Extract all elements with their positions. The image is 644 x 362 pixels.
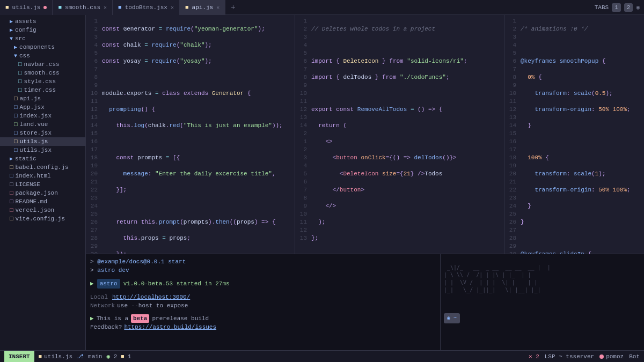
- css-file-icon: □: [18, 70, 22, 76]
- jsx-file-icon: □: [14, 147, 18, 153]
- terminal-panel: > @example/docs@0.0.1 start > astro dev …: [86, 254, 644, 350]
- status-errors: ✕ 2: [529, 353, 539, 360]
- status-file: ■ utils.js: [39, 353, 72, 360]
- terminal-spacer2: [90, 289, 436, 293]
- tab-utils-js[interactable]: ■ utils.js: [0, 0, 53, 15]
- sidebar-item-css[interactable]: ▼ css: [0, 51, 85, 60]
- line-numbers-animations: 12345 678910 1112131415 1617181920 21222…: [504, 15, 519, 254]
- terminal-output[interactable]: > @example/docs@0.0.1 start > astro dev …: [86, 254, 440, 350]
- md-file-icon: □: [10, 198, 13, 205]
- json-file-icon: □: [10, 207, 13, 213]
- code-content-utils[interactable]: const Generator = require("yeoman-genera…: [101, 15, 295, 254]
- sidebar-item-store-jsx[interactable]: □ store.jsx: [0, 129, 85, 137]
- sidebar-item-babel-config[interactable]: □ babel.config.js: [0, 163, 85, 172]
- terminal-astro-line: ▶ astro v1.0.0-beta.53 started in 27ms: [90, 279, 436, 289]
- sidebar-item-static[interactable]: ▶ static: [0, 154, 85, 163]
- sidebar-item-land-vue[interactable]: □ land.vue: [0, 120, 85, 129]
- sidebar-item-app-jsx[interactable]: □ App.jsx: [0, 103, 85, 112]
- code-area-animations[interactable]: 12345 678910 1112131415 1617181920 21222…: [504, 15, 644, 254]
- sidebar-item-api-js[interactable]: □ api.js: [0, 94, 85, 103]
- sidebar-item-utils-js[interactable]: □ utils.js: [0, 137, 85, 146]
- status-bot: Bot: [629, 353, 640, 360]
- file-tree: ▶ assets ▶ config ▼ src ▶ components ▼ c…: [0, 15, 86, 350]
- terminal-line-2: > astro dev: [90, 266, 436, 275]
- code-lines-utils: 12345 678910 1112131415 1617181920 21222…: [86, 15, 295, 254]
- code-area-utils[interactable]: 12345 678910 1112131415 1617181920 21222…: [86, 15, 295, 254]
- terminal-build-line: ▶ This is a beta prerelease build: [90, 314, 436, 323]
- feedback-text: Feedback?: [90, 323, 122, 331]
- sidebar-item-label: LICENSE: [16, 181, 40, 188]
- sidebar-item-config[interactable]: ▶ config: [0, 26, 85, 34]
- terminal-spacer3: [90, 310, 436, 314]
- sidebar-item-label: index.html: [16, 173, 51, 179]
- code-area-api[interactable]: 12345 678910 111213142 12345 678910 1112…: [295, 15, 504, 254]
- local-url: http://localhost:3000/: [112, 293, 190, 301]
- sidebar-item-index-jsx[interactable]: □ index.jsx: [0, 112, 85, 120]
- sidebar-item-label: App.jsx: [20, 104, 45, 110]
- new-tab-button[interactable]: +: [225, 3, 240, 12]
- tab-close-icon[interactable]: ✕: [171, 4, 174, 11]
- js-file-icon: □: [10, 164, 13, 171]
- char-art: _\|/_ __ _ __ __ __ __ | | | \ \\ / /| |…: [444, 256, 641, 309]
- vue-file-icon: □: [14, 121, 18, 128]
- sidebar-item-label: smooth.css: [24, 70, 60, 76]
- code-lines-api: 12345 678910 111213142 12345 678910 1112…: [295, 15, 504, 254]
- file-icon: ■: [39, 353, 42, 360]
- tabs-label: TABS: [595, 4, 609, 11]
- tab-label: smooth.css: [65, 4, 100, 11]
- network-label: Network: [90, 301, 115, 310]
- sidebar-item-assets[interactable]: ▶ assets: [0, 17, 85, 26]
- sidebar-item-style-css[interactable]: □ style.css: [0, 77, 85, 86]
- tab-smooth-css[interactable]: ■ smooth.css ✕: [53, 0, 113, 15]
- terminal-feedback-line: Feedback? https://astro.build/issues: [90, 323, 436, 331]
- astro-version: v1.0.0-beta.53 started in 27ms: [123, 279, 230, 288]
- tab-todobtns-jsx[interactable]: ■ todoBtns.jsx ✕: [113, 0, 180, 15]
- tab-controls: TABS 1 2 ◉: [595, 3, 644, 12]
- sidebar-item-vite-config[interactable]: □ vite.config.js: [0, 215, 85, 223]
- tab-api-js[interactable]: ■ api.js ✕: [180, 0, 225, 15]
- local-label: Local: [90, 293, 108, 301]
- terminal-local-line: Local http://localhost:3000/: [90, 293, 436, 301]
- txt-file-icon: □: [10, 181, 13, 188]
- tab-label: todoBtns.jsx: [125, 4, 167, 11]
- status-package: pomoz: [599, 353, 624, 360]
- sidebar-item-label: babel.config.js: [16, 164, 69, 171]
- sidebar-item-smooth-css[interactable]: □ smooth.css: [0, 69, 85, 77]
- sidebar-item-label: static: [15, 156, 36, 162]
- sidebar-item-components[interactable]: ▶ components: [0, 43, 85, 51]
- sidebar-item-index-html[interactable]: □ index.html: [0, 172, 85, 180]
- css-file-icon: □: [18, 61, 22, 68]
- sidebar-item-label: package.json: [16, 190, 58, 196]
- html-file-icon: □: [10, 173, 13, 179]
- sidebar-item-readme-md[interactable]: □ README.md: [0, 197, 85, 206]
- sidebar-item-label: land.vue: [20, 121, 48, 128]
- tab-bar: ■ utils.js ■ smooth.css ✕ ■ todoBtns.jsx…: [0, 0, 644, 15]
- code-content-animations[interactable]: /* animations :0 */ @keyframes smoothPop…: [519, 15, 644, 254]
- json-file-icon: □: [10, 190, 13, 196]
- editor-panel-animations: 12345 678910 1112131415 1617181920 21222…: [504, 15, 644, 254]
- sidebar-item-label: store.jsx: [20, 130, 52, 136]
- main-content: ▶ assets ▶ config ▼ src ▶ components ▼ c…: [0, 15, 644, 350]
- sidebar-item-utils-jsx[interactable]: □ utils.jsx: [0, 146, 85, 154]
- sidebar-item-label: navbar.css: [24, 61, 60, 68]
- css-file-icon: □: [18, 87, 22, 93]
- sidebar-item-package-json[interactable]: □ package.json: [0, 189, 85, 197]
- status-git-icon: ⎇: [77, 353, 84, 360]
- sidebar-item-label: api.js: [20, 95, 41, 102]
- terminal-icon-circle[interactable]: ◉ ~: [444, 313, 460, 323]
- tab-close-icon[interactable]: ✕: [216, 4, 219, 11]
- folder-icon: ▶: [10, 18, 13, 25]
- tab-close-icon[interactable]: ✕: [104, 4, 107, 11]
- folder-icon: ▼: [14, 53, 17, 59]
- terminal-icon-row: ◉ ~: [444, 313, 641, 323]
- terminal-network-line: Network use --host to expose: [90, 301, 436, 310]
- sidebar-item-label: index.jsx: [20, 113, 52, 119]
- js-file-icon: □: [10, 216, 13, 222]
- sidebar-item-navbar-css[interactable]: □ navbar.css: [0, 60, 85, 69]
- sidebar-item-src[interactable]: ▼ src: [0, 34, 85, 43]
- status-changes: ◉ 2 ■ 1: [106, 353, 131, 360]
- sidebar-item-license[interactable]: □ LICENSE: [0, 180, 85, 189]
- code-content-api[interactable]: // Deletes whole todos in a project impo…: [310, 15, 504, 254]
- sidebar-item-vercel-json[interactable]: □ vercel.json: [0, 206, 85, 215]
- sidebar-item-timer-css[interactable]: □ timer.css: [0, 86, 85, 94]
